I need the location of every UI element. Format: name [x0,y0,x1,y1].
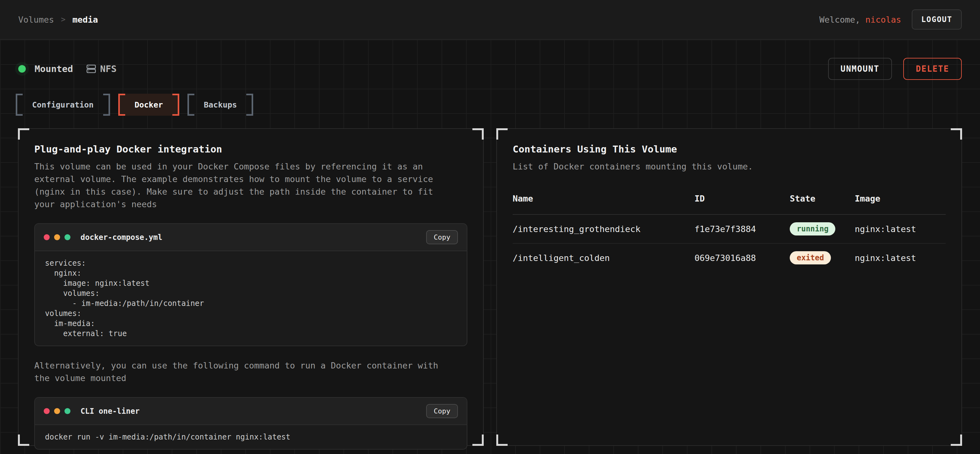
container-image: nginx:latest [855,214,946,243]
container-id: 069e73016a88 [694,243,790,272]
cli-code-block: CLI one-liner Copy docker run -v im-medi… [34,397,467,449]
tab-docker[interactable]: Docker [118,94,179,116]
mounted-status-label: Mounted [35,63,73,74]
container-id: f1e73e7f3884 [694,214,790,243]
container-image: nginx:latest [855,243,946,272]
breadcrumb-separator-icon: > [61,15,65,24]
unmount-button[interactable]: UNMOUNT [828,58,892,80]
traffic-light-green-icon [64,234,70,240]
delete-button[interactable]: DELETE [903,58,962,80]
tab-label: Backups [204,100,237,110]
column-header-name: Name [513,194,694,214]
breadcrumb-volumes-link[interactable]: Volumes [18,15,54,24]
mounted-status-dot [18,65,26,73]
status-row: Mounted NFS UNMOUNT DELETE [0,40,980,80]
panel-corner-accent [496,128,508,140]
compose-code-block: docker-compose.yml Copy services: nginx:… [34,223,467,346]
container-name: /intelligent_colden [513,243,694,272]
column-header-id: ID [694,194,790,214]
traffic-light-red-icon [44,408,50,414]
panel-corner-accent [951,128,962,140]
panel-corner-accent [18,435,29,446]
code-block-filename: docker-compose.yml [81,233,162,242]
containers-panel: Containers Using This Volume List of Doc… [496,128,962,446]
volume-tabs: Configuration Docker Backups [16,94,980,116]
traffic-light-yellow-icon [54,234,60,240]
tab-label: Docker [135,100,163,110]
tab-backups[interactable]: Backups [188,94,253,116]
panel-title: Plug-and-play Docker integration [34,143,467,155]
traffic-light-red-icon [44,234,50,240]
column-header-state: State [790,194,855,214]
bracket-right-icon [246,94,253,116]
username: nicolas [865,15,901,24]
table-row: /interesting_grothendieck f1e73e7f3884 r… [513,214,946,243]
panel-corner-accent [18,128,29,140]
state-badge: running [790,222,835,235]
copy-compose-button[interactable]: Copy [426,230,458,244]
tab-label: Configuration [32,100,94,110]
compose-code-content: services: nginx: image: nginx:latest vol… [35,251,467,346]
breadcrumb: Volumes > media [18,15,98,24]
container-name: /interesting_grothendieck [513,214,694,243]
driver-badge: NFS [86,63,116,74]
panel-subtitle: List of Docker containers mounting this … [513,160,934,173]
welcome-prefix: Welcome, [819,15,865,24]
state-badge: exited [790,251,831,264]
panel-corner-accent [473,128,484,140]
containers-table: Name ID State Image /interesting_grothen… [513,194,946,272]
bracket-left-icon [188,94,194,116]
logout-button[interactable]: LOGOUT [912,10,962,30]
panel-corner-accent [951,435,962,446]
panel-description: This volume can be used in your Docker C… [34,160,456,211]
panel-corner-accent [496,435,508,446]
bracket-left-icon [118,94,125,116]
bracket-left-icon [16,94,23,116]
table-row: /intelligent_colden 069e73016a88 exited … [513,243,946,272]
traffic-light-green-icon [64,408,70,414]
cli-code-content: docker run -v im-media:/path/in/containe… [35,425,467,449]
tab-configuration[interactable]: Configuration [16,94,110,116]
server-icon [86,64,96,74]
bracket-right-icon [172,94,179,116]
table-header-row: Name ID State Image [513,194,946,214]
cli-intro-text: Alternatively, you can use the following… [34,359,456,384]
copy-cli-button[interactable]: Copy [426,404,458,418]
docker-integration-panel: Plug-and-play Docker integration This vo… [18,128,484,446]
traffic-light-yellow-icon [54,408,60,414]
panel-corner-accent [473,435,484,446]
column-header-image: Image [855,194,946,214]
panel-title: Containers Using This Volume [513,143,946,155]
bracket-right-icon [103,94,110,116]
top-bar: Volumes > media Welcome, nicolas LOGOUT [0,0,980,40]
driver-label: NFS [100,63,116,74]
code-block-filename: CLI one-liner [81,407,140,416]
welcome-message: Welcome, nicolas [819,15,901,24]
breadcrumb-current-volume: media [72,15,98,24]
volume-detail-page: Mounted NFS UNMOUNT DELETE Configuration [0,40,980,454]
